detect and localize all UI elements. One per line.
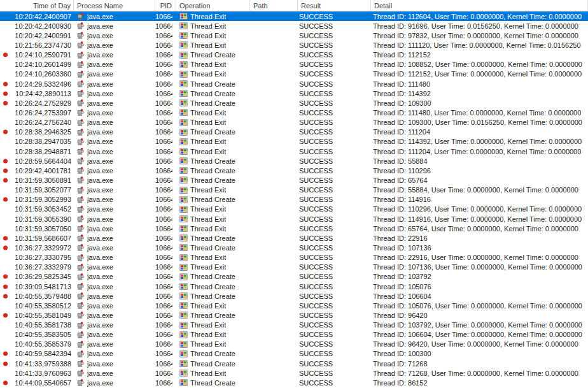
java-exe-icon	[76, 273, 85, 281]
operation-value: Thread Create	[190, 157, 235, 165]
table-row[interactable]: 10:41:33,9759388 java.exe 106640 Thread …	[0, 359, 588, 368]
time-of-day-value: 10:20:42,2400930	[15, 22, 71, 30]
operation-value: Thread Exit	[190, 370, 226, 377]
pid-value: 106640	[155, 379, 172, 387]
table-row[interactable]: 10:21:56,2374730 java.exe 106640 Thread …	[0, 40, 588, 50]
pid-value: 106640	[155, 128, 172, 136]
table-row[interactable]: 10:31:59,3052993 java.exe 106640 Thread …	[0, 195, 588, 205]
java-exe-icon	[76, 157, 85, 165]
table-row[interactable]: 10:24:10,2590791 java.exe 106640 Thread …	[0, 50, 588, 60]
pid-value: 106640	[155, 273, 172, 280]
result-value: SUCCESS	[299, 119, 333, 126]
table-row[interactable]: 10:20:42,2400907 java.exe 106640 Thread …	[0, 11, 588, 21]
operation-value: Thread Create	[190, 379, 235, 387]
table-row[interactable]: 10:36:27,3329972 java.exe 106640 Thread …	[0, 243, 588, 252]
thread-operation-icon	[179, 108, 188, 117]
table-row[interactable]: 10:40:55,3581049 java.exe 106640 Thread …	[0, 310, 588, 320]
java-exe-icon	[76, 166, 85, 175]
operation-value: Thread Exit	[190, 22, 226, 30]
table-row[interactable]: 10:31:59,3057050 java.exe 106640 Thread …	[0, 224, 588, 233]
table-row[interactable]: 10:40:55,3579488 java.exe 106640 Thread …	[0, 291, 588, 301]
thread-create-marker-dot	[3, 236, 8, 240]
table-row[interactable]: 10:31:59,3052077 java.exe 106640 Thread …	[0, 185, 588, 195]
table-row[interactable]: 10:20:42,2400930 java.exe 106640 Thread …	[0, 21, 588, 31]
process-name-value: java.exe	[87, 263, 113, 271]
table-row[interactable]: 10:41:33,9760963 java.exe 106640 Thread …	[0, 368, 588, 378]
table-row[interactable]: 10:36:27,3330795 java.exe 106640 Thread …	[0, 253, 588, 262]
column-header-detail[interactable]: Detail	[371, 0, 588, 11]
table-row[interactable]: 10:28:38,2947035 java.exe 106640 Thread …	[0, 137, 588, 147]
table-row[interactable]: 10:24:29,5332496 java.exe 106640 Thread …	[0, 79, 588, 89]
table-row[interactable]: 10:29:42,4001781 java.exe 106640 Thread …	[0, 166, 588, 175]
event-table-body: 10:20:42,2400907 java.exe 106640 Thread …	[0, 11, 588, 388]
process-name-value: java.exe	[87, 99, 113, 107]
table-row[interactable]: 10:40:55,3580512 java.exe 106640 Thread …	[0, 301, 588, 310]
detail-value: Thread ID: 105076	[373, 283, 431, 291]
pid-value: 106640	[155, 32, 172, 40]
java-exe-icon	[76, 61, 85, 69]
result-value: SUCCESS	[299, 273, 333, 280]
column-header-pid[interactable]: PID	[155, 0, 176, 11]
column-header-path[interactable]: Path	[250, 0, 298, 11]
operation-value: Thread Create	[190, 360, 235, 368]
result-value: SUCCESS	[299, 225, 333, 233]
column-header-process-name[interactable]: Process Name	[74, 0, 155, 11]
table-row[interactable]: 10:26:24,2752929 java.exe 106640 Thread …	[0, 98, 588, 108]
process-name-value: java.exe	[87, 51, 113, 59]
result-value: SUCCESS	[299, 41, 333, 49]
operation-value: Thread Exit	[190, 263, 226, 271]
result-value: SUCCESS	[299, 90, 333, 97]
detail-value: Thread ID: 112152, User Time: 0.0000000,…	[373, 70, 582, 78]
thread-create-marker-dot	[3, 361, 8, 366]
table-row[interactable]: 10:28:59,5664404 java.exe 106640 Thread …	[0, 156, 588, 166]
table-row[interactable]: 10:26:24,2756240 java.exe 106640 Thread …	[0, 118, 588, 127]
process-name-value: java.exe	[87, 157, 113, 165]
thread-operation-icon	[179, 234, 188, 242]
thread-operation-icon	[179, 61, 188, 69]
table-row[interactable]: 10:40:55,3585379 java.exe 106640 Thread …	[0, 340, 588, 349]
table-row[interactable]: 10:31:59,3053452 java.exe 106640 Thread …	[0, 205, 588, 214]
table-row[interactable]: 10:40:55,3581738 java.exe 106640 Thread …	[0, 320, 588, 330]
operation-value: Thread Exit	[190, 32, 226, 40]
column-header-operation[interactable]: Operation	[176, 0, 250, 11]
column-header-result[interactable]: Result	[298, 0, 371, 11]
time-of-day-value: 10:36:29,5825345	[15, 273, 71, 280]
table-row[interactable]: 10:40:55,3583505 java.exe 106640 Thread …	[0, 330, 588, 340]
thread-create-marker-dot	[3, 130, 8, 134]
table-row[interactable]: 10:28:38,2948871 java.exe 106640 Thread …	[0, 147, 588, 156]
table-row[interactable]: 10:31:59,3055390 java.exe 106640 Thread …	[0, 214, 588, 224]
thread-create-marker-dot	[3, 275, 8, 279]
table-row[interactable]: 10:36:29,5825345 java.exe 106640 Thread …	[0, 272, 588, 282]
column-header-time-of-day[interactable]: Time of Day	[0, 0, 74, 11]
time-of-day-value: 10:26:24,2756240	[15, 119, 71, 126]
java-exe-icon	[76, 215, 85, 223]
thread-operation-icon	[179, 321, 188, 329]
thread-operation-icon	[179, 89, 188, 97]
pid-value: 106640	[155, 80, 172, 88]
time-of-day-value: 10:40:55,3585379	[15, 340, 71, 348]
table-row[interactable]: 10:40:59,5842394 java.exe 106640 Thread …	[0, 349, 588, 359]
result-value: SUCCESS	[299, 186, 333, 194]
time-of-day-value: 10:40:55,3581738	[15, 321, 71, 329]
java-exe-icon	[76, 350, 85, 358]
table-row[interactable]: 10:20:42,2400991 java.exe 106640 Thread …	[0, 31, 588, 40]
detail-value: Thread ID: 111204, User Time: 0.0000000,…	[373, 148, 581, 155]
detail-value: Thread ID: 114392, User Time: 0.0000000,…	[373, 138, 582, 145]
java-exe-icon	[76, 119, 85, 127]
process-name-value: java.exe	[87, 370, 113, 377]
table-row[interactable]: 10:31:59,3050891 java.exe 106640 Thread …	[0, 175, 588, 185]
thread-create-marker-dot	[3, 178, 8, 182]
operation-value: Thread Create	[190, 312, 235, 319]
process-name-value: java.exe	[87, 225, 113, 233]
pid-value: 106640	[155, 340, 172, 348]
table-row[interactable]: 10:24:10,2603360 java.exe 106640 Thread …	[0, 69, 588, 79]
table-row[interactable]: 10:39:09,5481713 java.exe 106640 Thread …	[0, 282, 588, 291]
table-row[interactable]: 10:24:10,2601499 java.exe 106640 Thread …	[0, 60, 588, 69]
table-row[interactable]: 10:44:09,5540657 java.exe 106640 Thread …	[0, 378, 588, 387]
table-row[interactable]: 10:36:27,3332979 java.exe 106640 Thread …	[0, 262, 588, 272]
table-row[interactable]: 10:31:59,5686607 java.exe 106640 Thread …	[0, 233, 588, 243]
thread-operation-icon	[179, 128, 188, 136]
table-row[interactable]: 10:28:38,2946325 java.exe 106640 Thread …	[0, 127, 588, 137]
table-row[interactable]: 10:24:42,3890113 java.exe 106640 Thread …	[0, 89, 588, 98]
table-row[interactable]: 10:26:24,2753997 java.exe 106640 Thread …	[0, 108, 588, 117]
